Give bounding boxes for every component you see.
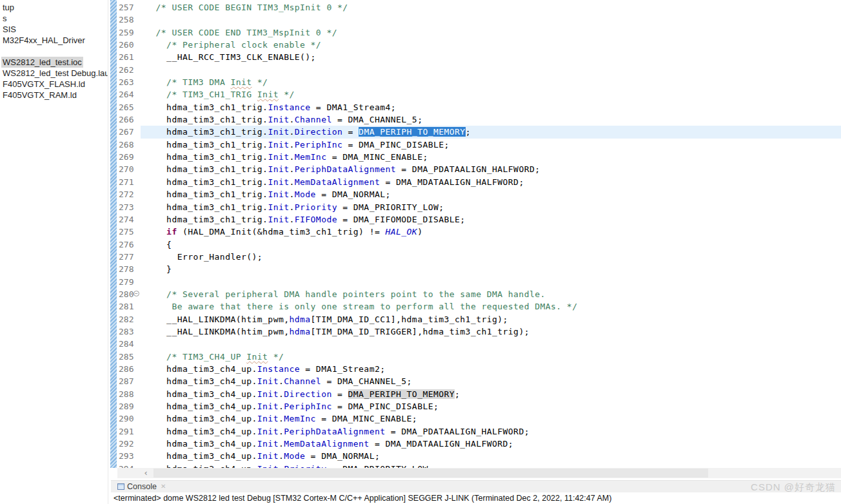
line-number[interactable]: 270 — [117, 163, 141, 175]
tree-item[interactable]: WS2812_led_test Debug.laun — [0, 68, 108, 79]
line-number[interactable]: 289 — [117, 400, 141, 412]
line-number[interactable]: 291 — [117, 425, 141, 438]
line-number[interactable]: 266 — [117, 113, 141, 126]
line-number[interactable]: 294 — [117, 463, 141, 468]
code-token: Init — [268, 189, 289, 199]
code-line[interactable]: 263 /* TIM3 DMA Init */ — [117, 76, 841, 88]
line-number[interactable]: 257 — [117, 1, 141, 14]
code-line[interactable]: 278 } — [117, 263, 841, 275]
code-line[interactable]: 285 /* TIM3_CH4_UP Init */ — [117, 351, 841, 363]
code-line[interactable]: 266 hdma_tim3_ch1_trig.Init.Channel = DM… — [117, 113, 841, 126]
code-line[interactable]: 284 — [117, 338, 841, 350]
code-line[interactable]: 282 __HAL_LINKDMA(htim_pwm,hdma[TIM_DMA_… — [117, 313, 841, 325]
line-number[interactable]: 274 — [117, 213, 141, 226]
code-line[interactable]: 267 hdma_tim3_ch1_trig.Init.Direction = … — [117, 126, 841, 138]
line-number[interactable]: 281 — [117, 300, 141, 313]
line-number[interactable]: 273 — [117, 201, 141, 213]
line-number[interactable]: 264 — [117, 88, 141, 101]
code-line[interactable]: 257 /* USER CODE BEGIN TIM3_MspInit 0 */ — [117, 1, 841, 14]
code-line[interactable]: 293 hdma_tim3_ch4_up.Init.Mode = DMA_NOR… — [117, 450, 841, 462]
line-number[interactable]: 282 — [117, 313, 141, 325]
tree-item[interactable]: WS2812_led_test.ioc — [0, 57, 108, 68]
line-number[interactable]: 288 — [117, 388, 141, 400]
tree-item[interactable]: SIS — [0, 24, 108, 35]
line-number[interactable]: 280− — [117, 288, 141, 300]
code-line[interactable]: 259 /* USER CODE END TIM3_MspInit 0 */ — [117, 26, 841, 39]
code-line[interactable]: 290 hdma_tim3_ch4_up.Init.MemInc = DMA_M… — [117, 412, 841, 425]
fold-collapse-icon[interactable]: − — [134, 291, 139, 296]
line-number[interactable]: 284 — [117, 338, 141, 350]
code-editor[interactable]: 257 /* USER CODE BEGIN TIM3_MspInit 0 */… — [117, 0, 841, 468]
code-line[interactable]: 276 { — [117, 238, 841, 251]
code-line[interactable]: 265 hdma_tim3_ch1_trig.Instance = DMA1_S… — [117, 101, 841, 113]
code-line[interactable]: 288 hdma_tim3_ch4_up.Init.Direction = DM… — [117, 388, 841, 400]
code-line[interactable]: 262 — [117, 64, 841, 76]
code-token: hdma_tim3_ch1_trig. — [145, 152, 268, 162]
code-line[interactable]: 286 hdma_tim3_ch4_up.Instance = DMA1_Str… — [117, 363, 841, 375]
tree-item[interactable]: tup — [0, 2, 108, 13]
line-number[interactable]: 290 — [117, 412, 141, 425]
code-line[interactable]: 273 hdma_tim3_ch1_trig.Init.Priority = D… — [117, 201, 841, 213]
code-line[interactable]: 261 __HAL_RCC_TIM3_CLK_ENABLE(); — [117, 51, 841, 63]
line-number[interactable]: 292 — [117, 438, 141, 450]
tab-console[interactable]: Console ✕ — [115, 481, 168, 492]
code-line[interactable]: 269 hdma_tim3_ch1_trig.Init.MemInc = DMA… — [117, 151, 841, 163]
line-number[interactable]: 283 — [117, 325, 141, 338]
line-number[interactable]: 263 — [117, 76, 141, 88]
line-number[interactable]: 268 — [117, 139, 141, 151]
code-line[interactable]: 275 if (HAL_DMA_Init(&hdma_tim3_ch1_trig… — [117, 226, 841, 238]
tree-item[interactable]: s — [0, 13, 108, 24]
close-icon[interactable]: ✕ — [159, 483, 166, 490]
code-line[interactable]: 289 hdma_tim3_ch4_up.Init.PeriphInc = DM… — [117, 400, 841, 412]
line-number[interactable]: 275 — [117, 226, 141, 238]
code-token: Init — [257, 90, 279, 99]
line-number[interactable]: 285 — [117, 351, 141, 363]
line-number[interactable]: 269 — [117, 151, 141, 163]
code-line[interactable]: 279 — [117, 276, 841, 288]
line-number[interactable]: 262 — [117, 64, 141, 76]
project-explorer[interactable]: tupsSISM32F4xx_HAL_DriverWS2812_led_test… — [0, 0, 108, 504]
line-number[interactable]: 261 — [117, 51, 141, 63]
line-number[interactable]: 267 — [117, 126, 141, 138]
code-line[interactable]: 270 hdma_tim3_ch1_trig.Init.PeriphDataAl… — [117, 163, 841, 175]
tree-item[interactable]: M32F4xx_HAL_Driver — [0, 35, 108, 46]
line-number[interactable]: 265 — [117, 101, 141, 113]
line-number[interactable]: 271 — [117, 176, 141, 188]
code-line[interactable]: 291 hdma_tim3_ch4_up.Init.PeriphDataAlig… — [117, 425, 841, 438]
code-line[interactable]: 292 hdma_tim3_ch4_up.Init.MemDataAlignme… — [117, 438, 841, 450]
scroll-left-arrow-icon[interactable]: ‹ — [141, 468, 151, 478]
tree-item[interactable] — [0, 46, 108, 57]
line-number[interactable]: 258 — [117, 14, 141, 26]
line-number[interactable]: 286 — [117, 363, 141, 375]
line-number[interactable]: 278 — [117, 263, 141, 275]
code-token: Direction — [295, 127, 343, 137]
line-number[interactable]: 272 — [117, 188, 141, 200]
code-line[interactable]: 271 hdma_tim3_ch1_trig.Init.MemDataAlign… — [117, 176, 841, 188]
tree-item[interactable]: F405VGTX_FLASH.ld — [0, 79, 108, 90]
code-line[interactable]: 287 hdma_tim3_ch4_up.Init.Channel = DMA_… — [117, 375, 841, 387]
code-text: hdma_tim3_ch1_trig.Init.Channel = DMA_CH… — [141, 113, 841, 126]
code-line[interactable]: 264 /* TIM3_CH1_TRIG Init */ — [117, 88, 841, 101]
code-line[interactable]: 283 __HAL_LINKDMA(htim_pwm,hdma[TIM_DMA_… — [117, 325, 841, 338]
code-line[interactable]: 277 Error_Handler(); — [117, 251, 841, 263]
code-line[interactable]: 258 — [117, 14, 841, 26]
code-line[interactable]: 272 hdma_tim3_ch1_trig.Init.Mode = DMA_N… — [117, 188, 841, 200]
code-line[interactable]: 260 /* Peripheral clock enable */ — [117, 39, 841, 51]
scrollbar-thumb[interactable] — [153, 469, 708, 478]
code-line[interactable]: 268 hdma_tim3_ch1_trig.Init.PeriphInc = … — [117, 139, 841, 151]
code-token: Init — [257, 402, 279, 411]
code-line[interactable]: 280− /* Several peripheral DMA handle po… — [117, 288, 841, 300]
line-number[interactable]: 259 — [117, 26, 141, 39]
tree-item[interactable]: F405VGTX_RAM.ld — [0, 90, 108, 101]
code-line[interactable]: 274 hdma_tim3_ch1_trig.Init.FIFOMode = D… — [117, 213, 841, 226]
line-number[interactable]: 277 — [117, 251, 141, 263]
code-line[interactable]: 281 Be aware that there is only one stre… — [117, 300, 841, 313]
line-number[interactable]: 260 — [117, 39, 141, 51]
horizontal-scrollbar[interactable]: ‹ — [117, 468, 841, 478]
explorer-scrollbar[interactable] — [110, 0, 117, 468]
line-number[interactable]: 276 — [117, 238, 141, 251]
line-number[interactable]: 293 — [117, 450, 141, 462]
line-number[interactable]: 279 — [117, 276, 141, 288]
code-line[interactable]: 294 hdma_tim3_ch4_up.Init.Priority = DMA… — [117, 463, 841, 468]
line-number[interactable]: 287 — [117, 375, 141, 387]
